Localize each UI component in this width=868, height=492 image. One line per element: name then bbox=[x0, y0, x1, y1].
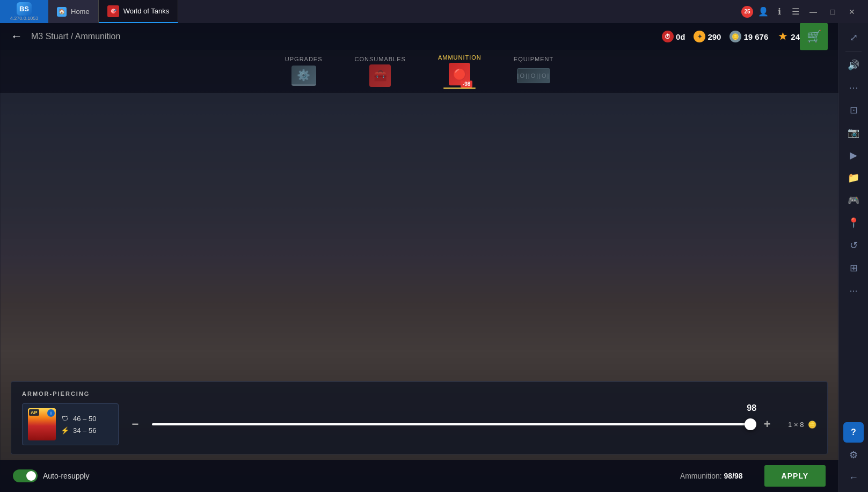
consumables-label: CONSUMABLES bbox=[355, 56, 406, 62]
damage-icon: ⚡ bbox=[60, 425, 70, 435]
damage-value: 34 – 56 bbox=[73, 426, 96, 435]
consumables-icon-wrap: 🧰 bbox=[366, 64, 394, 87]
more-icon[interactable]: ··· bbox=[843, 280, 864, 301]
close-button[interactable]: ✕ bbox=[844, 4, 859, 19]
star-icon: ★ bbox=[777, 31, 789, 42]
slider-section: − 98 + 1 × 8 🪙 bbox=[127, 416, 816, 432]
game-tab-label: World of Tanks bbox=[123, 7, 170, 15]
upgrades-icon: ⚙️ bbox=[291, 66, 316, 86]
crop-icon[interactable]: ⊞ bbox=[843, 258, 864, 278]
upgrades-label: UPGRADES bbox=[285, 56, 323, 62]
currency-stars: ★ 24 bbox=[777, 31, 800, 42]
currency-od: ⏱ 0d bbox=[662, 31, 685, 42]
video-icon[interactable]: ▶ bbox=[843, 145, 864, 165]
apply-button[interactable]: APPLY bbox=[764, 465, 826, 487]
info-badge[interactable]: i bbox=[47, 409, 55, 417]
location-icon[interactable]: 📍 bbox=[843, 213, 864, 233]
ammo-status-value: 98/98 bbox=[724, 472, 743, 480]
expand-icon[interactable]: ⤢ bbox=[843, 27, 864, 48]
camera-icon[interactable]: 📷 bbox=[843, 122, 864, 143]
bottom-bar: Auto-resupply Ammunition: 98/98 APPLY bbox=[0, 460, 838, 492]
od-value: 0d bbox=[676, 32, 685, 41]
folder-icon[interactable]: 📁 bbox=[843, 168, 864, 188]
auto-resupply-toggle[interactable] bbox=[13, 469, 38, 482]
volume-icon[interactable]: 🔊 bbox=[843, 55, 864, 75]
credits-value: 290 bbox=[707, 32, 721, 41]
game-area: ARMOR-PIERCING AP i 🛡 46 – 50 bbox=[0, 93, 838, 460]
ammo-image: AP i bbox=[28, 408, 56, 440]
settings-icon[interactable]: ⚙ bbox=[843, 445, 864, 465]
equipment-icon-wrap: |O||O||O| bbox=[520, 64, 548, 87]
title-bar-controls: 25 👤 ℹ ☰ — □ ✕ bbox=[741, 4, 868, 19]
breadcrumb-section: Ammunition bbox=[75, 32, 120, 41]
penetration-icon: 🛡 bbox=[60, 414, 70, 423]
sidebar-bottom: ? ⚙ ← bbox=[843, 422, 864, 488]
home-tab-icon: 🏠 bbox=[57, 7, 67, 17]
currency-gold: 🪙 19 676 bbox=[730, 31, 768, 42]
slider-fill bbox=[152, 423, 750, 425]
ammo-type-label: ARMOR-PIERCING bbox=[22, 390, 816, 397]
slider-track[interactable]: 98 bbox=[152, 423, 750, 425]
dots-grid-icon[interactable]: ⋯ bbox=[843, 77, 864, 98]
currency-section: ⏱ 0d ✦ 290 🪙 19 676 ★ 24 bbox=[662, 31, 800, 42]
penetration-stat: 🛡 46 – 50 bbox=[60, 414, 96, 423]
ammo-card: AP i 🛡 46 – 50 ⚡ 34 – 56 bbox=[22, 403, 119, 445]
ammo-badge: -98 bbox=[461, 81, 472, 88]
ap-badge: AP bbox=[29, 409, 39, 416]
tabs-section: UPGRADES ⚙️ CONSUMABLES 🧰 AMMUNITION 🔴 -… bbox=[0, 50, 838, 93]
slider-minus-button[interactable]: − bbox=[127, 416, 143, 432]
account-icon[interactable]: 👤 bbox=[757, 6, 769, 18]
ammo-status-label: Ammunition: bbox=[680, 472, 722, 480]
breadcrumb: M3 Stuart / Ammunition bbox=[31, 32, 120, 41]
equipment-icon: |O||O||O| bbox=[517, 68, 551, 83]
maximize-button[interactable]: □ bbox=[825, 4, 840, 19]
notification-badge[interactable]: 25 bbox=[741, 6, 753, 18]
auto-resupply-label: Auto-resupply bbox=[43, 472, 89, 480]
slider-value: 98 bbox=[747, 403, 756, 413]
bluestacks-icon: BS bbox=[17, 2, 32, 16]
ammo-row: AP i 🛡 46 – 50 ⚡ 34 – 56 bbox=[22, 403, 816, 445]
back-button[interactable]: ← bbox=[11, 30, 23, 44]
title-bar: BS 4.270.0.1053 🏠 Home 🎯 World of Tanks … bbox=[0, 0, 868, 23]
breadcrumb-tank: M3 Stuart bbox=[31, 32, 68, 41]
ammunition-label: AMMUNITION bbox=[438, 54, 482, 61]
consumables-icon: 🧰 bbox=[369, 64, 391, 87]
ammo-panel: ARMOR-PIERCING AP i 🛡 46 – 50 bbox=[11, 381, 828, 454]
tab-upgrades[interactable]: UPGRADES ⚙️ bbox=[285, 56, 323, 87]
bluestacks-version: 4.270.0.1053 bbox=[10, 16, 39, 21]
minimize-button[interactable]: — bbox=[806, 4, 821, 19]
sidebar-divider-1 bbox=[845, 51, 862, 52]
gamepad-icon[interactable]: 🎮 bbox=[843, 190, 864, 211]
ammo-stats: 🛡 46 – 50 ⚡ 34 – 56 bbox=[60, 414, 96, 435]
info-icon[interactable]: ℹ bbox=[774, 6, 785, 18]
screenshot-icon[interactable]: ⊡ bbox=[843, 100, 864, 120]
ammunition-icon: 🔴 -98 bbox=[449, 63, 470, 85]
help-icon[interactable]: ? bbox=[843, 422, 864, 443]
equipment-label: EQUIPMENT bbox=[514, 56, 553, 62]
ammunition-icon-wrap: 🔴 -98 bbox=[446, 63, 473, 85]
credits-icon: ✦ bbox=[694, 31, 705, 42]
penetration-value: 46 – 50 bbox=[73, 415, 96, 423]
breadcrumb-separator: / bbox=[71, 32, 75, 41]
gold-icon: 🪙 bbox=[730, 31, 741, 42]
home-tab-label: Home bbox=[71, 8, 90, 16]
tab-ammunition[interactable]: AMMUNITION 🔴 -98 bbox=[438, 54, 482, 89]
tab-underline bbox=[443, 88, 476, 89]
tab-equipment[interactable]: EQUIPMENT |O||O||O| bbox=[514, 56, 553, 87]
main-content: ← M3 Stuart / Ammunition ⏱ 0d ✦ 290 🪙 19… bbox=[0, 23, 838, 492]
slider-thumb[interactable]: 98 bbox=[745, 418, 756, 430]
menu-icon[interactable]: ☰ bbox=[790, 6, 801, 18]
refresh-icon[interactable]: ↺ bbox=[843, 235, 864, 256]
slider-plus-button[interactable]: + bbox=[759, 416, 775, 432]
gold-value: 19 676 bbox=[743, 32, 768, 41]
cart-button[interactable]: 🛒 bbox=[800, 23, 828, 50]
right-sidebar: ⤢ 🔊 ⋯ ⊡ 📷 ▶ 📁 🎮 📍 ↺ ⊞ ··· ? ⚙ ← bbox=[838, 23, 868, 492]
od-icon: ⏱ bbox=[662, 31, 674, 42]
toggle-thumb bbox=[26, 471, 36, 481]
sidebar-back-icon[interactable]: ← bbox=[843, 467, 864, 488]
tab-world-of-tanks[interactable]: 🎯 World of Tanks bbox=[99, 0, 179, 23]
tab-consumables[interactable]: CONSUMABLES 🧰 bbox=[355, 56, 406, 87]
damage-stat: ⚡ 34 – 56 bbox=[60, 425, 96, 435]
top-nav: ← M3 Stuart / Ammunition ⏱ 0d ✦ 290 🪙 19… bbox=[0, 23, 838, 50]
tab-home[interactable]: 🏠 Home bbox=[48, 0, 99, 23]
